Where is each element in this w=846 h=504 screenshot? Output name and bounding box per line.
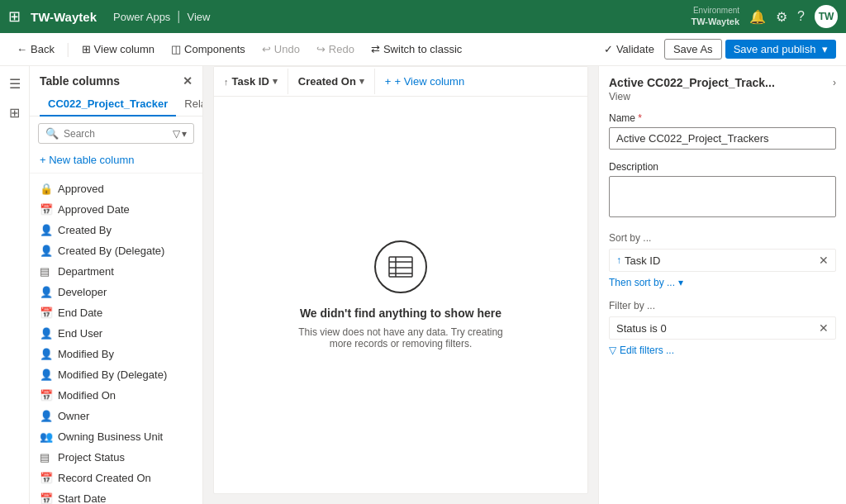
panel-close-button[interactable]: ✕: [183, 74, 192, 88]
column-item[interactable]: 👥Owning Business Unit: [30, 426, 202, 447]
rp-filter-field: Filter by ... Status is 0 ✕ ▽ Edit filte…: [609, 300, 836, 356]
avatar[interactable]: TW: [815, 5, 838, 28]
col-type-icon: 👤: [40, 286, 53, 298]
then-sort-button[interactable]: Then sort by ... ▾: [609, 277, 836, 288]
col-type-icon: 📅: [40, 307, 53, 319]
col-type-icon: ▤: [40, 265, 53, 278]
column-item[interactable]: 👤Developer: [30, 282, 202, 302]
description-textarea[interactable]: [609, 176, 836, 217]
col-type-icon: 🔒: [40, 183, 53, 195]
nav-view[interactable]: View: [188, 11, 211, 23]
column-item[interactable]: 📅Modified On: [30, 385, 202, 406]
col-type-icon: 📅: [40, 472, 53, 484]
col-type-icon: 👤: [40, 224, 53, 236]
back-button[interactable]: ← Back: [10, 40, 61, 59]
top-nav: ⊞ TW-Waytek Power Apps | View Environmen…: [0, 0, 846, 33]
col-label: Project Status: [58, 451, 125, 464]
search-input[interactable]: [64, 128, 168, 140]
column-item[interactable]: ▤Project Status: [30, 447, 202, 468]
sort-indicator-icon: ↑: [224, 77, 229, 87]
col-type-icon: 📅: [40, 203, 53, 216]
top-nav-right: Environment TW-Waytek 🔔 ⚙ ? TW: [691, 5, 838, 28]
add-column-button[interactable]: + New table column: [30, 150, 202, 169]
components-button[interactable]: ◫ Components: [164, 40, 252, 59]
col-label: Record Created On: [58, 472, 151, 484]
column-item[interactable]: 📅Approved Date: [30, 199, 202, 220]
tab-cc022[interactable]: CC022_Project_Tracker: [40, 93, 176, 116]
command-bar: ← Back | ⊞ View column ◫ Components ↩ Un…: [0, 33, 846, 66]
brand-name: TW-Waytek: [31, 10, 97, 24]
nav-power-apps[interactable]: Power Apps: [113, 11, 170, 23]
rp-header: Active CC022_Project_Track... ›: [609, 76, 836, 89]
save-as-button[interactable]: Save As: [664, 39, 722, 59]
tab-related[interactable]: Related: [176, 93, 203, 116]
column-item[interactable]: 👤Created By: [30, 220, 202, 240]
filter-icon-button[interactable]: ▽ ▾: [173, 128, 187, 140]
help-icon[interactable]: ?: [797, 9, 805, 24]
th-chevron-icon: ▾: [273, 76, 278, 87]
col-label: Start Date: [58, 492, 107, 504]
save-and-publish-button[interactable]: Save and publish ▾: [725, 40, 836, 59]
column-item[interactable]: 👤Modified By: [30, 344, 202, 364]
filter-row[interactable]: Status is 0 ✕: [609, 316, 836, 340]
column-item[interactable]: 📅Start Date: [30, 488, 202, 504]
rp-sort-label: Sort by ...: [609, 232, 836, 244]
panel-title: Table columns: [40, 74, 120, 88]
column-item[interactable]: 👤Owner: [30, 406, 202, 426]
col-type-icon: 📅: [40, 389, 53, 402]
undo-button[interactable]: ↩ Undo: [255, 40, 307, 59]
add-view-column-button[interactable]: + + View column: [375, 69, 474, 94]
column-item[interactable]: 🔒Approved: [30, 178, 202, 199]
sidebar-menu-icon[interactable]: ☰: [6, 73, 24, 95]
sort-remove-button[interactable]: ✕: [819, 254, 829, 267]
col-type-icon: 👤: [40, 368, 53, 381]
sidebar-icons: ☰ ⊞: [0, 66, 30, 504]
rp-chevron-icon[interactable]: ›: [833, 77, 836, 88]
col-label: Created By: [58, 224, 112, 236]
app-grid-icon[interactable]: ⊞: [8, 7, 21, 26]
validate-button[interactable]: ✓ Validate: [597, 40, 661, 59]
environment-label: Environment TW-Waytek: [691, 5, 739, 27]
panel-tabs: CC022_Project_Tracker Related: [30, 93, 202, 116]
rp-name-field: Name *: [609, 112, 836, 150]
th-task-id[interactable]: ↑ Task ID ▾: [214, 69, 288, 94]
empty-description: This view does not have any data. Try cr…: [293, 326, 508, 349]
rp-description-field: Description: [609, 161, 836, 221]
col-label: End User: [58, 327, 102, 340]
filter-remove-button[interactable]: ✕: [819, 321, 829, 335]
undo-icon: ↩: [262, 43, 271, 55]
view-table: ↑ Task ID ▾ Created On ▾ + + View column: [213, 66, 588, 494]
table-empty-state: We didn't find anything to show here Thi…: [214, 97, 587, 493]
column-item[interactable]: 👤Created By (Delegate): [30, 240, 202, 261]
col-type-icon: ▤: [40, 451, 53, 464]
column-item[interactable]: 👤Modified By (Delegate): [30, 364, 202, 385]
switch-to-classic-button[interactable]: ⇄ Switch to classic: [364, 40, 468, 59]
col-label: Modified By (Delegate): [58, 368, 167, 381]
column-item[interactable]: 👤End User: [30, 323, 202, 344]
name-input[interactable]: [609, 127, 836, 150]
settings-icon[interactable]: ⚙: [776, 9, 787, 25]
column-item[interactable]: ▤Department: [30, 261, 202, 282]
col-type-icon: 👤: [40, 348, 53, 360]
sort-row[interactable]: ↑ Task ID ✕: [609, 249, 836, 272]
col-label: End Date: [58, 307, 102, 319]
sidebar-table-icon[interactable]: ⊞: [6, 102, 23, 124]
th-created-on[interactable]: Created On ▾: [288, 69, 375, 94]
edit-filters-button[interactable]: ▽ Edit filters ...: [609, 345, 836, 356]
rp-description-label: Description: [609, 161, 836, 173]
col-label: Department: [58, 265, 114, 278]
th-created-chevron-icon: ▾: [359, 76, 364, 87]
sort-field-label: Task ID: [625, 254, 815, 267]
redo-button[interactable]: ↪ Redo: [310, 40, 361, 59]
col-label: Owner: [58, 410, 89, 422]
table-header: ↑ Task ID ▾ Created On ▾ + + View column: [214, 67, 587, 97]
right-panel: Active CC022_Project_Track... › View Nam…: [598, 66, 846, 504]
view-column-button[interactable]: ⊞ View column: [75, 40, 161, 59]
then-sort-chevron-icon: ▾: [678, 277, 683, 288]
filter-field-label: Status is 0: [616, 322, 815, 335]
notification-icon[interactable]: 🔔: [749, 9, 766, 25]
filter-icon-small: ▽: [609, 345, 616, 356]
empty-state-icon: [374, 240, 427, 293]
column-item[interactable]: 📅Record Created On: [30, 468, 202, 488]
column-item[interactable]: 📅End Date: [30, 302, 202, 323]
